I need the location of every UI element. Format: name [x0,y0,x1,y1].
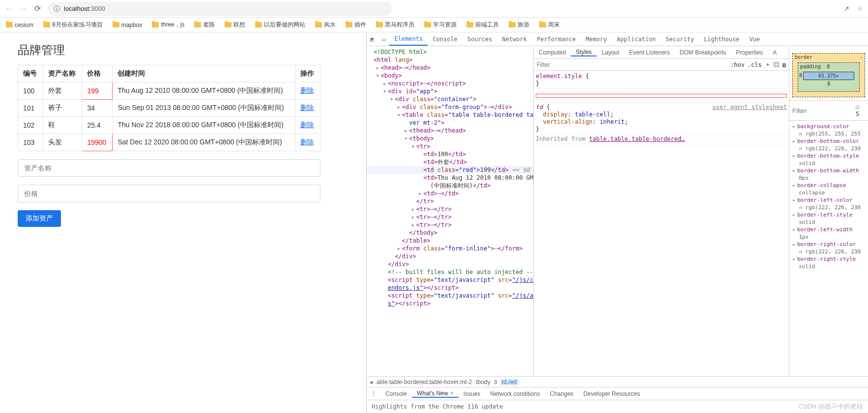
dom-line[interactable]: (中国标准时间)</td> [367,182,533,190]
computed-prop[interactable]: ▸border-left-width 1px [792,226,865,241]
dom-line[interactable]: <td class="red">199</td> == $0 [367,166,533,174]
css-rule[interactable]: </span><span class="sel">.red</span> {<b… [536,94,787,98]
bookmark-item[interactable]: 旅游 [509,21,529,29]
dom-line[interactable]: <!-- built files will be auto injected -… [367,268,533,276]
dom-line[interactable]: ▸<tr>⋯</tr> [367,213,533,221]
device-icon[interactable]: ▭ [378,36,389,43]
dom-line[interactable]: ▸<tr>⋯</tr> [367,205,533,213]
drawer-tab[interactable]: Console [380,390,412,397]
address-bar[interactable]: ⓘ localhost:3000 [48,2,392,16]
asset-price-input[interactable] [18,185,320,202]
dom-line[interactable]: <script type="text/javascript" src="/js/… [367,276,533,284]
css-rule[interactable]: user agent stylesheettd { display: table… [536,103,787,135]
dom-line[interactable]: ver mt-2"> [367,119,533,127]
computed-prop[interactable]: ▸border-left-color ▫ rgb(222, 226, 230 [792,196,865,211]
bookmark-item[interactable]: 黑马程序员 [376,21,414,29]
devtools-tab[interactable]: Network [497,32,532,46]
devtools-tab[interactable]: Lighthouse [699,32,744,46]
devtools-tab[interactable]: Security [661,32,699,46]
styles-subtab[interactable]: Event Listeners [624,49,675,56]
styles-filter-input[interactable] [537,61,727,68]
hov-toggle[interactable]: :hov [730,61,745,68]
dom-line[interactable]: </div> [367,260,533,268]
cls-toggle[interactable]: .cls [748,61,762,68]
devtools-tab[interactable]: Application [612,32,661,46]
dom-line[interactable]: ▸<div class="form-group">⋯</div> [367,103,533,111]
grid-icon[interactable]: ▥ [782,61,786,68]
dom-line[interactable]: ▸<td>⋯</td> [367,190,533,197]
computed-prop[interactable]: ▸border-right-style solid [792,255,865,270]
devtools-tab[interactable]: Sources [463,32,497,46]
computed-prop[interactable]: ▸background-color ▫ rgb(255, 255, 255 [792,123,865,138]
breadcrumb-item[interactable]: tr [492,379,499,385]
devtools-tab[interactable]: Performance [532,32,580,46]
bookmark-item[interactable]: mapbox [113,22,143,28]
dom-line[interactable]: <script type="text/javascript" src="/js/… [367,292,533,300]
computed-prop[interactable]: ▸border-collapse collapse [792,182,865,196]
dom-line[interactable]: s"></script> [367,300,533,307]
breadcrumb-item[interactable]: td.red [500,379,519,385]
dom-line[interactable]: <html lang> [367,56,533,64]
computed-prop[interactable]: ▸border-right-color ▫ rgb(222, 226, 230 [792,241,865,255]
computed-filter-input[interactable] [792,107,856,114]
computed-prop[interactable]: ▸border-bottom-width 0px [792,167,865,182]
dom-line[interactable]: <!DOCTYPE html> [367,48,533,56]
delete-link[interactable]: 删除 [300,86,314,94]
bookmark-item[interactable]: 以后要做的网站 [255,21,305,29]
close-icon[interactable]: × [450,390,454,397]
bookmark-item[interactable]: 学习资源 [424,21,457,29]
drawer-tab[interactable]: Issues [459,390,486,397]
forward-icon[interactable]: → [20,4,28,13]
drawer-tab[interactable]: Changes [545,390,579,397]
devtools-tab[interactable]: Vue [744,32,765,46]
breadcrumb-item[interactable]: tbody [474,379,492,385]
dom-line[interactable]: </tr> [367,197,533,205]
css-rule[interactable]: Inherited from table.table.table-bordere… [536,135,787,144]
css-rule[interactable]: element.style {} [536,72,787,89]
dom-tree[interactable]: <!DOCTYPE html><html lang> ▸<head>⋯</hea… [367,46,534,376]
devtools-tab[interactable]: Console [428,32,463,46]
drawer-tab[interactable]: Network conditions [485,390,545,397]
add-asset-button[interactable]: 添加资产 [18,210,61,227]
dom-line[interactable]: </div> [367,252,533,260]
dom-line[interactable]: ▸<noscript>⋯</noscript> [367,80,533,87]
dom-line[interactable]: ▸<thead>⋯</thead> [367,127,533,135]
bookmark-item[interactable]: 联想 [225,21,245,29]
dom-line[interactable]: ▾<table class="table table-bordered tabl… [367,111,533,119]
dom-line[interactable]: ▾<div class="container"> [367,95,533,103]
dom-line[interactable]: ▾<tr> [367,142,533,150]
share-icon[interactable]: ↗ [844,5,849,12]
info-icon[interactable]: ⓘ [54,4,60,13]
bookmark-item[interactable]: three，js [152,21,184,29]
drawer-tab[interactable]: What's New× [412,390,459,398]
bookmark-item[interactable]: 前端工具 [466,21,499,29]
dom-line[interactable]: ▸<tr>⋯</tr> [367,221,533,229]
asset-name-input[interactable] [18,159,320,177]
devtools-tab[interactable]: Elements [389,32,428,46]
dom-line[interactable]: </tbody> [367,229,533,237]
styles-subtab[interactable]: Properties [731,49,768,56]
bookmark-item[interactable]: 风水 [315,21,336,29]
dom-line[interactable]: <td>外套</td> [367,158,533,166]
drawer-tab[interactable]: Developer Resources [579,390,645,397]
dom-line[interactable]: endors.js"></script> [367,284,533,292]
breadcrumb-item[interactable]: able.table-bordered.table-hover.mt-2 [375,379,474,385]
dom-line[interactable]: ▾<body> [367,72,533,80]
dom-line[interactable]: </table> [367,237,533,245]
dom-line[interactable]: ▾<tbody> [367,135,533,142]
styles-subtab[interactable]: DOM Breakpoints [675,49,731,56]
styles-subtab[interactable]: Computed [534,49,571,56]
reload-icon[interactable]: ⟳ [34,4,41,13]
dom-line[interactable]: ▾<div id="app"> [367,87,533,95]
new-rule-icon[interactable]: ＋ [765,60,771,69]
star-icon[interactable]: ☆ [857,5,863,12]
dom-line[interactable]: <td>Thu Aug 12 2010 08:00:00 GMT+0800 [367,174,533,182]
delete-link[interactable]: 删除 [300,121,314,129]
computed-prop[interactable]: ▸border-bottom-color ▫ rgb(222, 226, 230 [792,138,865,152]
bookmark-item[interactable]: 周末 [539,21,560,29]
inspect-icon[interactable]: ◩ [367,36,378,43]
delete-link[interactable]: 删除 [300,138,314,146]
devtools-tab[interactable]: Memory [580,32,611,46]
delete-link[interactable]: 删除 [300,104,314,111]
styles-subtab[interactable]: A [768,49,781,56]
